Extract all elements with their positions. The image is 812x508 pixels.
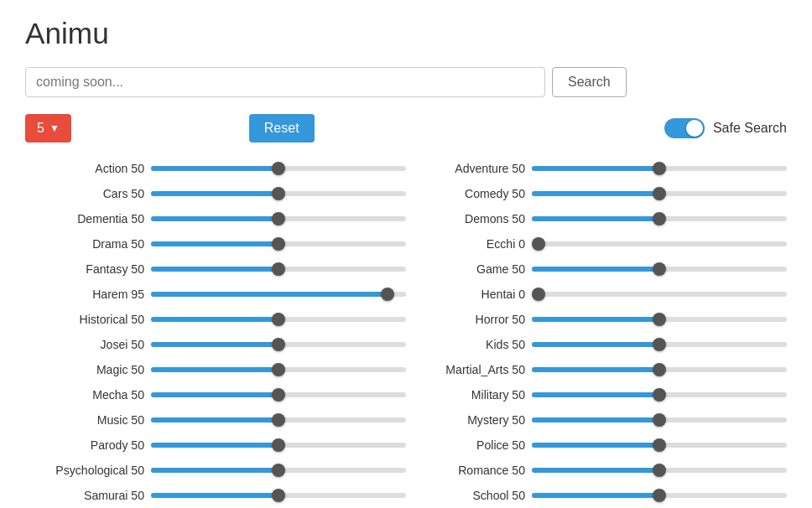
genre-label: Game 50 — [406, 262, 532, 276]
count-dropdown[interactable]: 5 ▼ — [25, 114, 71, 143]
genre-slider[interactable] — [532, 216, 787, 221]
genre-slider[interactable] — [532, 241, 787, 246]
genre-label: Samurai 50 — [25, 489, 151, 502]
slider-row: Hentai 0 — [406, 283, 787, 305]
safe-search-toggle[interactable] — [664, 118, 705, 138]
genre-slider[interactable] — [151, 317, 406, 322]
search-input[interactable] — [25, 67, 545, 97]
slider-row: Mecha 50 — [25, 384, 406, 406]
slider-row: Martial_Arts 50 — [406, 359, 787, 381]
slider-row: Psychological 50 — [25, 459, 406, 481]
genre-slider[interactable] — [532, 392, 787, 397]
slider-row: Horror 50 — [406, 308, 787, 330]
genre-slider[interactable] — [151, 468, 406, 473]
search-button[interactable]: Search — [552, 67, 627, 97]
slider-row: Military 50 — [406, 384, 787, 406]
genre-label: Martial_Arts 50 — [406, 363, 532, 376]
genre-label: Fantasy 50 — [25, 262, 151, 276]
slider-wrap — [151, 191, 406, 196]
slider-row: Parody 50 — [25, 434, 406, 456]
genre-slider[interactable] — [532, 443, 787, 448]
slider-wrap — [532, 443, 787, 448]
genre-slider[interactable] — [151, 493, 406, 498]
genre-slider[interactable] — [532, 166, 787, 171]
genre-label: Action 50 — [25, 162, 151, 175]
genre-label: Cars 50 — [25, 187, 151, 200]
slider-row: Adventure 50 — [406, 158, 787, 179]
genre-slider[interactable] — [151, 367, 406, 372]
genre-label: Dementia 50 — [25, 212, 151, 225]
slider-row: Romance 50 — [406, 459, 787, 481]
slider-wrap — [151, 493, 406, 498]
slider-wrap — [532, 216, 787, 221]
count-value: 5 — [37, 121, 44, 136]
slider-wrap — [532, 417, 787, 422]
genre-label: Ecchi 0 — [406, 237, 532, 251]
genre-slider[interactable] — [151, 216, 406, 221]
slider-wrap — [151, 417, 406, 422]
slider-row: Harem 95 — [25, 283, 406, 305]
genre-slider[interactable] — [151, 267, 406, 272]
genre-label: Romance 50 — [406, 464, 532, 477]
genre-slider[interactable] — [532, 493, 787, 498]
slider-wrap — [532, 267, 787, 272]
slider-wrap — [151, 367, 406, 372]
genre-label: Historical 50 — [25, 313, 151, 326]
slider-row: Action 50 — [25, 158, 406, 179]
reset-button[interactable]: Reset — [249, 114, 315, 143]
slider-wrap — [151, 317, 406, 322]
genre-slider[interactable] — [151, 191, 406, 196]
genre-slider[interactable] — [151, 443, 406, 448]
slider-wrap — [151, 166, 406, 171]
genre-slider[interactable] — [532, 292, 787, 297]
slider-wrap — [151, 241, 406, 246]
genre-label: Drama 50 — [25, 237, 151, 251]
slider-wrap — [151, 392, 406, 397]
slider-row: Drama 50 — [25, 233, 406, 255]
genre-slider[interactable] — [151, 166, 406, 171]
toggle-knob — [686, 120, 703, 137]
genre-slider[interactable] — [532, 342, 787, 347]
genre-label: Demons 50 — [406, 212, 532, 225]
genre-label: Hentai 0 — [406, 288, 532, 301]
slider-wrap — [532, 468, 787, 473]
slider-row: Historical 50 — [25, 308, 406, 330]
slider-wrap — [151, 468, 406, 473]
genre-slider[interactable] — [151, 342, 406, 347]
genre-label: Police 50 — [406, 438, 532, 452]
genre-slider[interactable] — [532, 191, 787, 196]
genre-slider[interactable] — [532, 417, 787, 422]
slider-row: Police 50 — [406, 434, 787, 456]
slider-row: Fantasy 50 — [25, 258, 406, 280]
genre-label: School 50 — [406, 489, 532, 502]
genre-label: Josei 50 — [25, 338, 151, 351]
slider-row: Dementia 50 — [25, 208, 406, 230]
slider-wrap — [532, 166, 787, 171]
genre-slider[interactable] — [151, 392, 406, 397]
genre-slider[interactable] — [532, 367, 787, 372]
slider-wrap — [532, 191, 787, 196]
slider-row: Samurai 50 — [25, 485, 406, 506]
slider-wrap — [532, 241, 787, 246]
slider-wrap — [532, 292, 787, 297]
slider-wrap — [151, 342, 406, 347]
slider-row: Kids 50 — [406, 334, 787, 355]
slider-wrap — [532, 342, 787, 347]
chevron-down-icon: ▼ — [49, 122, 60, 134]
genre-slider[interactable] — [532, 317, 787, 322]
genre-slider[interactable] — [151, 292, 406, 297]
genre-slider[interactable] — [151, 417, 406, 422]
genre-slider[interactable] — [532, 468, 787, 473]
app-title: Animu — [25, 17, 787, 50]
slider-wrap — [532, 367, 787, 372]
slider-wrap — [151, 443, 406, 448]
slider-row: Magic 50 — [25, 359, 406, 381]
genre-slider[interactable] — [151, 241, 406, 246]
genre-label: Kids 50 — [406, 338, 532, 351]
genre-label: Adventure 50 — [406, 162, 532, 175]
genre-slider[interactable] — [532, 267, 787, 272]
genre-label: Music 50 — [25, 413, 151, 427]
slider-row: Music 50 — [25, 409, 406, 431]
genre-label: Mystery 50 — [406, 413, 532, 427]
left-genre-column: Action 50Cars 50Dementia 50Drama 50Fanta… — [25, 158, 406, 508]
